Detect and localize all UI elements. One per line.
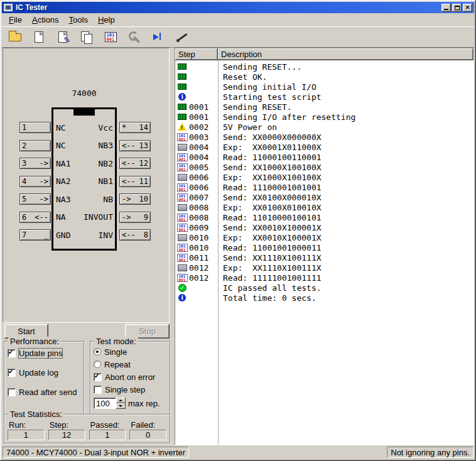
chip-notch-icon [73, 109, 95, 116]
pin-9-box[interactable]: ->9 [119, 212, 151, 223]
radio-single[interactable]: Single [94, 345, 166, 358]
checkbox-abort-on-error[interactable]: Abort on error [94, 371, 166, 383]
log-description: 5V Power on [218, 122, 277, 132]
log-row[interactable]: 0001Sending I/O after resetting [175, 112, 473, 122]
log-row[interactable]: 0005Send: XX1000X100100X [175, 162, 473, 172]
toolbar-wrench-button[interactable] [126, 29, 143, 45]
toolbar-diode-button[interactable] [150, 29, 166, 45]
log-row[interactable]: 0001Sending RESET. [175, 102, 473, 112]
log-description: Sending RESET... [218, 62, 301, 72]
pass-icon [178, 284, 187, 292]
log-row[interactable]: Total time: 0 secs. [175, 293, 473, 303]
app-icon [4, 4, 13, 11]
pin-name-nb2: NB2 [82, 159, 118, 168]
log-icon-cell [175, 183, 189, 192]
log-row[interactable]: Sending initial I/O [175, 82, 473, 92]
pin-direction: <-- [122, 230, 136, 239]
stat-value: 0 [129, 430, 166, 440]
read-icon [177, 183, 188, 192]
pin-name-na1: NA1 [51, 159, 82, 168]
toolbar-binary-button[interactable] [102, 29, 119, 45]
log-row[interactable]: 0004Read: 11000100110001 [175, 152, 473, 162]
pin-direction: -> [40, 177, 48, 186]
pin-10-box[interactable]: ->10 [119, 193, 151, 205]
log-row[interactable]: Starting test script [175, 92, 473, 102]
menu-actions[interactable]: Actions [27, 14, 64, 26]
toolbar-new-button[interactable] [31, 29, 47, 45]
pin-11-box[interactable]: <--11 [119, 176, 151, 187]
log-row[interactable]: 0003Send: XX0000X000000X [175, 132, 473, 142]
checkbox-update-pins[interactable]: Update pins [8, 347, 80, 359]
log-row[interactable]: Reset OK. [175, 72, 473, 82]
log-row[interactable]: 0007Send: XX0100X000010X [175, 192, 473, 202]
pin-3-box[interactable]: 3-> [19, 158, 51, 169]
checkbox-update-log[interactable]: Update log [8, 366, 80, 379]
pin-8-box[interactable]: <--8 [119, 229, 151, 241]
close-button[interactable]: ✕ [463, 4, 472, 12]
pin-4-box[interactable]: 4-> [19, 176, 51, 187]
toolbar-copy-button[interactable] [78, 29, 95, 45]
log-step: 0012 [189, 263, 218, 273]
pin-number: 1 [22, 123, 26, 132]
pin-12-box[interactable]: <--12 [119, 158, 151, 169]
toolbar-open-button[interactable] [7, 29, 23, 45]
log-row[interactable]: 0006Exp: XX1000X100100X [175, 172, 473, 182]
test-mode-group: Test mode: SingleRepeatAbort on errorSin… [90, 341, 170, 415]
menu-file[interactable]: File [4, 14, 27, 26]
pin-5-box[interactable]: 5-> [19, 193, 51, 205]
menu-tools[interactable]: Tools [64, 14, 93, 26]
log-row[interactable]: 0010Read: 11001001000011 [175, 242, 473, 252]
pin-direction: <-- [35, 213, 48, 222]
exp-icon [178, 234, 187, 241]
toolbar-edit-button[interactable] [55, 29, 71, 45]
pin-name-nb: NB [82, 195, 118, 204]
log-row[interactable]: 0011Send: XX1110X100111X [175, 252, 473, 263]
checkbox-label: Update log [19, 368, 58, 377]
stat-label: Step: [48, 420, 85, 430]
checkbox-single-step[interactable]: Single step [94, 383, 166, 396]
checkbox-box [8, 388, 16, 396]
pin-number: 4 [22, 177, 26, 186]
log-row[interactable]: Sending RESET... [175, 62, 473, 72]
max-rep-input[interactable] [94, 398, 116, 409]
log-header-step[interactable]: Step [175, 48, 218, 60]
titlebar[interactable]: IC Tester ✕ [2, 2, 474, 13]
checkbox-read-after-send[interactable]: Read after send [8, 386, 80, 398]
log-row[interactable]: 0004Exp: XX0001X011000X [175, 142, 473, 152]
toolbar-probe-button[interactable] [174, 29, 190, 45]
pin-direction: -> [122, 195, 131, 203]
minimize-button[interactable] [441, 4, 451, 12]
log-row[interactable]: 0009Send: XX0010X100001X [175, 222, 473, 232]
log-row[interactable]: 0010Exp: XX0010X100001X [175, 232, 473, 242]
log-row[interactable]: 0008Exp: XX0100X010010X [175, 202, 473, 212]
stat-value: 12 [48, 430, 85, 440]
log-row[interactable]: IC passed all tests. [175, 283, 473, 293]
spin-down-button[interactable] [116, 403, 126, 409]
radio-repeat[interactable]: Repeat [94, 358, 166, 371]
reset-icon [178, 114, 187, 120]
spin-up-button[interactable] [116, 398, 126, 403]
pin-direction: _ [44, 230, 48, 239]
pin-13-box[interactable]: <--13 [119, 140, 151, 151]
pin-7-box[interactable]: 7_ [19, 229, 51, 241]
maximize-button[interactable] [452, 4, 462, 12]
exp-icon [178, 144, 187, 151]
log-row[interactable]: 0012Read: 11111001001111 [175, 273, 473, 283]
pin-2-box[interactable]: 2 [19, 140, 51, 151]
pin-direction: -> [40, 195, 48, 203]
log-row[interactable]: 0006Read: 11100001001001 [175, 182, 473, 192]
log-row[interactable]: 00025V Power on [175, 122, 473, 132]
log-header-description[interactable]: Description [218, 48, 473, 60]
log-row[interactable]: 0012Exp: XX1110X100111X [175, 263, 473, 273]
reset-icon [178, 73, 187, 80]
log-row[interactable]: 0008Read: 11010000100101 [175, 212, 473, 222]
pin-6-box[interactable]: 6<-- [19, 212, 51, 223]
log-icon-cell [175, 114, 189, 120]
pin-14-box[interactable]: *14 [119, 122, 151, 133]
pin-1-box[interactable]: 1 [19, 122, 51, 133]
log-description: Sending I/O after resetting [218, 112, 355, 122]
menu-help[interactable]: Help [93, 14, 120, 26]
log-icon-cell [175, 84, 189, 90]
log-description: Exp: XX0001X011000X [218, 143, 322, 152]
pin-number: 11 [139, 177, 148, 186]
